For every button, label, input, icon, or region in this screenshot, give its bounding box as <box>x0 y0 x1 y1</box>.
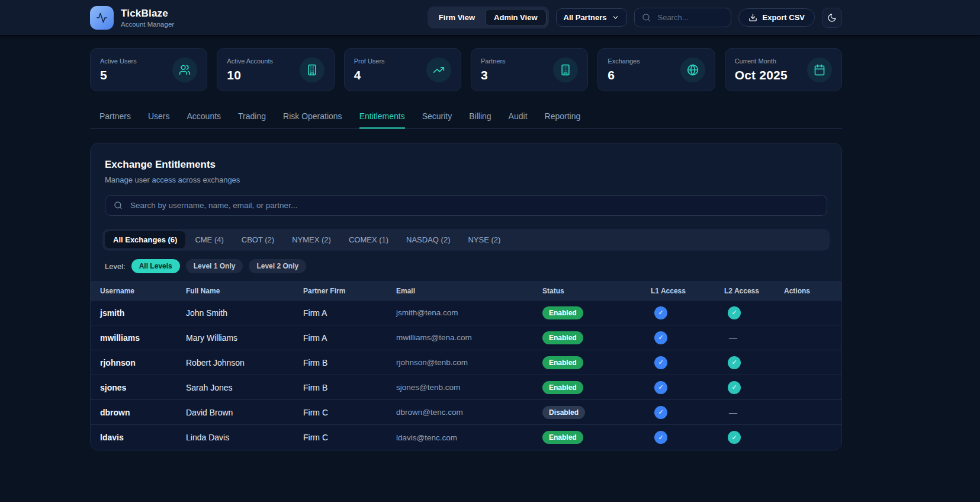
header-search-input[interactable] <box>656 12 724 23</box>
l2-check-icon[interactable]: ✓ <box>728 356 741 369</box>
view-toggle-firm-view[interactable]: Firm View <box>430 9 484 26</box>
cell-full-name: John Smith <box>186 308 303 318</box>
stat-value: 6 <box>608 68 640 82</box>
exchange-tab-nyse-2[interactable]: NYSE (2) <box>460 231 509 248</box>
tab-trading[interactable]: Trading <box>238 105 266 129</box>
tab-partners[interactable]: Partners <box>99 105 131 129</box>
cell-l2-access: ✓ <box>724 431 784 444</box>
building-icon <box>553 57 578 82</box>
l1-check-icon[interactable]: ✓ <box>654 331 667 344</box>
level-filter-row: Level: All LevelsLevel 1 OnlyLevel 2 Onl… <box>105 259 827 273</box>
export-csv-button[interactable]: Export CSV <box>738 8 815 27</box>
cell-status: Enabled <box>542 356 651 369</box>
l2-check-icon[interactable]: ✓ <box>728 306 741 319</box>
column-header-actions: Actions <box>784 287 841 295</box>
column-header-l2-access: L2 Access <box>724 287 784 295</box>
stat-value: 3 <box>481 68 506 82</box>
exchange-tab-all-exchanges-6[interactable]: All Exchanges (6) <box>105 231 185 248</box>
exchange-tab-nasdaq-2[interactable]: NASDAQ (2) <box>398 231 458 248</box>
panel-title: Exchange Entitlements <box>105 159 827 171</box>
cell-l1-access: ✓ <box>651 431 724 444</box>
cell-partner-firm: Firm B <box>303 383 396 392</box>
trend-up-icon <box>426 57 451 82</box>
search-icon <box>114 201 123 210</box>
app-title: TickBlaze <box>121 8 174 20</box>
cell-l2-access: ✓ <box>724 306 784 319</box>
tab-audit[interactable]: Audit <box>509 105 528 129</box>
stats-row: Active Users 5 Active Accounts 10 Prof U… <box>90 48 842 91</box>
cell-username: ldavis <box>100 433 186 442</box>
level-filter-level-1-only[interactable]: Level 1 Only <box>186 259 243 273</box>
cell-status: Enabled <box>542 306 651 319</box>
table-row-jsmith: jsmith John Smith Firm A jsmith@tena.com… <box>91 300 841 325</box>
status-badge: Disabled <box>542 406 585 419</box>
cell-username: mwilliams <box>100 333 186 343</box>
status-badge: Enabled <box>542 431 583 444</box>
cell-status: Enabled <box>542 331 651 344</box>
tab-accounts[interactable]: Accounts <box>187 105 221 129</box>
activity-icon <box>96 12 108 24</box>
stat-card-current-month: Current Month Oct 2025 <box>725 48 842 91</box>
entitlements-search-input[interactable] <box>129 200 818 210</box>
cell-l1-access: ✓ <box>651 381 724 394</box>
cell-full-name: Linda Davis <box>186 433 303 442</box>
stat-card-active-users: Active Users 5 <box>90 48 207 91</box>
exchange-tab-cbot-2[interactable]: CBOT (2) <box>233 231 282 248</box>
top-header: TickBlaze Account Manager Firm ViewAdmin… <box>0 0 980 36</box>
stat-card-exchanges: Exchanges 6 <box>597 48 715 91</box>
l2-check-icon[interactable]: ✓ <box>728 381 741 394</box>
cell-l1-access: ✓ <box>651 406 724 419</box>
tab-risk-operations[interactable]: Risk Operations <box>283 105 342 129</box>
stat-card-active-accounts: Active Accounts 10 <box>217 48 334 91</box>
status-badge: Enabled <box>542 331 583 344</box>
view-toggle-admin-view[interactable]: Admin View <box>485 9 546 26</box>
tab-reporting[interactable]: Reporting <box>545 105 581 129</box>
l2-check-icon[interactable]: ✓ <box>728 431 741 444</box>
tab-entitlements[interactable]: Entitlements <box>359 105 405 129</box>
column-header-status: Status <box>542 287 651 295</box>
entitlements-table: UsernameFull NamePartner FirmEmailStatus… <box>91 282 841 450</box>
header-search <box>634 8 731 27</box>
exchange-tab-nymex-2[interactable]: NYMEX (2) <box>284 231 339 248</box>
l1-check-icon[interactable]: ✓ <box>654 356 667 369</box>
l1-check-icon[interactable]: ✓ <box>654 306 667 319</box>
table-header-row: UsernameFull NamePartner FirmEmailStatus… <box>91 282 841 300</box>
app-subtitle: Account Manager <box>121 21 174 28</box>
cell-email: ldavis@tenc.com <box>396 433 542 442</box>
exchange-tab-comex-1[interactable]: COMEX (1) <box>340 231 397 248</box>
cell-full-name: Sarah Jones <box>186 383 303 392</box>
cell-username: jsmith <box>100 308 186 318</box>
table-row-mwilliams: mwilliams Mary Williams Firm A mwilliams… <box>91 325 841 350</box>
partner-filter-select[interactable]: All Partners <box>556 8 628 27</box>
l1-check-icon[interactable]: ✓ <box>654 381 667 394</box>
cell-l2-access: ✓ <box>724 381 784 394</box>
tab-security[interactable]: Security <box>422 105 452 129</box>
exchange-tab-cme-4[interactable]: CME (4) <box>187 231 232 248</box>
stat-value: Oct 2025 <box>735 68 788 82</box>
search-icon <box>642 13 651 22</box>
main-content: Active Users 5 Active Accounts 10 Prof U… <box>90 48 842 450</box>
stat-label: Partners <box>481 57 506 65</box>
cell-email: rjohnson@tenb.com <box>396 358 542 367</box>
tab-billing[interactable]: Billing <box>469 105 491 129</box>
stat-value: 10 <box>227 68 273 82</box>
level-filter-level-2-only[interactable]: Level 2 Only <box>249 259 306 273</box>
cell-full-name: Robert Johnson <box>186 358 303 367</box>
cell-username: rjohnson <box>100 358 186 367</box>
cell-status: Disabled <box>542 406 651 419</box>
l1-check-icon[interactable]: ✓ <box>654 431 667 444</box>
l1-check-icon[interactable]: ✓ <box>654 406 667 419</box>
tab-users[interactable]: Users <box>148 105 170 129</box>
stat-label: Active Accounts <box>227 57 273 65</box>
cell-email: mwilliams@tena.com <box>396 333 542 342</box>
cell-partner-firm: Firm A <box>303 333 396 343</box>
brand: TickBlaze Account Manager <box>90 6 174 30</box>
cell-username: dbrown <box>100 408 186 417</box>
level-filter-all-levels[interactable]: All Levels <box>131 259 180 273</box>
column-header-email: Email <box>396 287 542 295</box>
chevron-down-icon <box>612 14 619 21</box>
table-row-rjohnson: rjohnson Robert Johnson Firm B rjohnson@… <box>91 350 841 375</box>
theme-toggle-button[interactable] <box>822 8 842 28</box>
cell-partner-firm: Firm B <box>303 358 396 367</box>
cell-l2-access: ✓ <box>724 356 784 369</box>
